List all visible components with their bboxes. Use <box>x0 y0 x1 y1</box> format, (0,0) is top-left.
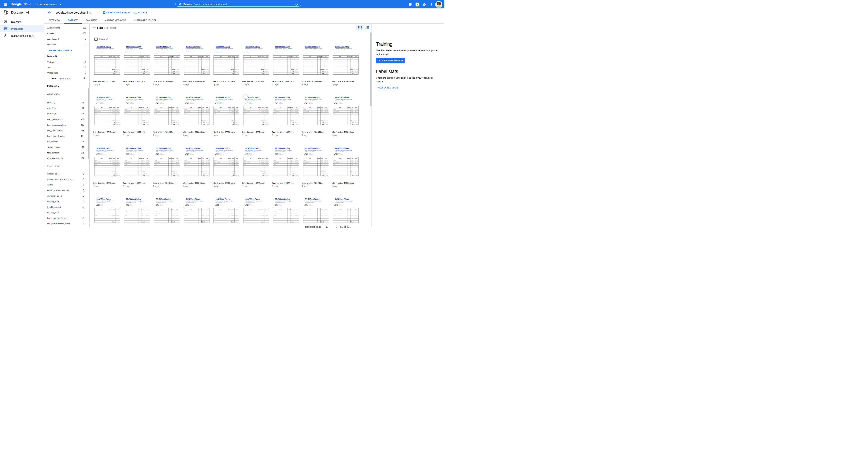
svg-text:?: ? <box>424 3 425 5</box>
